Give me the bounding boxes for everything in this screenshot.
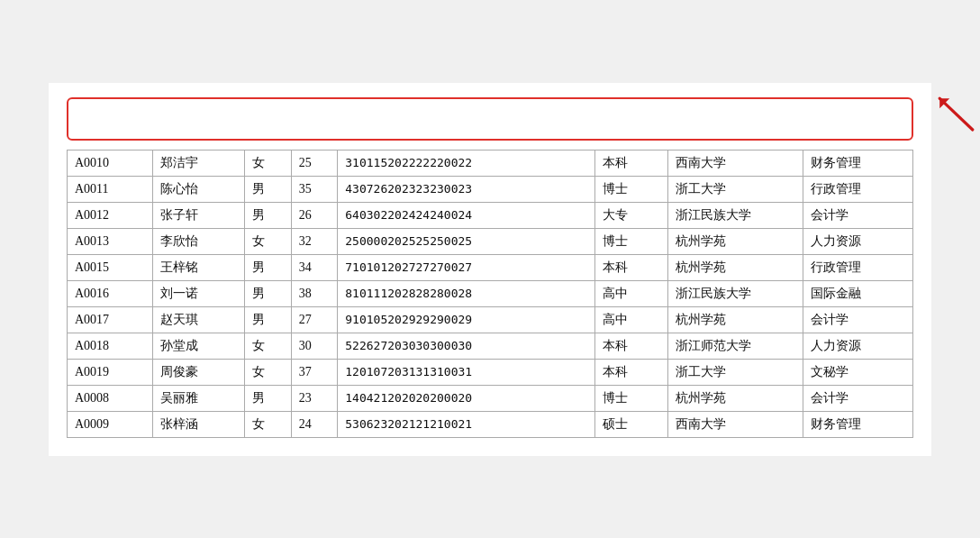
table-row: A0015王梓铭男34710101202727270027本科杭州学苑行政管理 (68, 254, 913, 280)
search-box[interactable] (67, 97, 913, 141)
main-container: A0010郑洁宇女25310115202222220022本科西南大学财务管理A… (49, 83, 931, 456)
table-row: A0019周俊豪女37120107203131310031本科浙工大学文秘学 (68, 359, 913, 385)
arrow-indicator (931, 90, 980, 140)
table-row: A0010郑洁宇女25310115202222220022本科西南大学财务管理 (68, 150, 913, 176)
table-row: A0008吴丽雅男23140421202020200020博士杭州学苑会计学 (68, 385, 913, 411)
table-row: A0012张子轩男26640302202424240024大专浙江民族大学会计学 (68, 202, 913, 228)
data-table: A0010郑洁宇女25310115202222220022本科西南大学财务管理A… (67, 150, 913, 438)
table-row: A0017赵天琪男27910105202929290029高中杭州学苑会计学 (68, 306, 913, 333)
table-row: A0016刘一诺男38810111202828280028高中浙江民族大学国际金… (68, 280, 913, 306)
table-row: A0018孙堂成女30522627203030300030本科浙江师范大学人力资… (68, 333, 913, 359)
table-row: A0011陈心怡男35430726202323230023博士浙工大学行政管理 (68, 176, 913, 202)
table-row: A0013李欣怡女32250000202525250025博士杭州学苑人力资源 (68, 228, 913, 254)
table-row: A0009张梓涵女24530623202121210021硕士西南大学财务管理 (68, 411, 913, 437)
